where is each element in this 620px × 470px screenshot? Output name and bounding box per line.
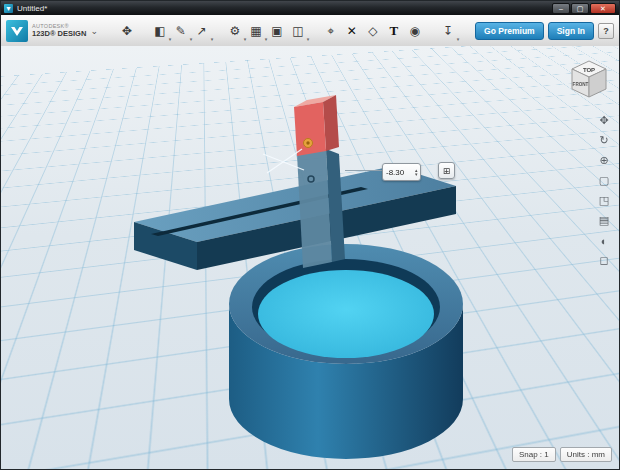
pan-icon: ✥ (599, 114, 608, 127)
primitive-box-button[interactable]: ◇ (362, 19, 383, 43)
construct-button[interactable]: ↗▾ (191, 19, 212, 43)
main-toolbar: AUTODESK® 123D® DESIGN ⌄ ✥ ◧▾ ✎▾ ↗▾ ⚙▾ ▦… (1, 15, 619, 47)
window-title: Untitled* (17, 4, 47, 13)
cylinder-cavity-floor[interactable] (258, 270, 434, 358)
display-mode-icon: ◻ (599, 254, 608, 267)
app-logo[interactable] (6, 20, 28, 42)
spinner-down-icon[interactable]: ▾ (415, 172, 418, 176)
dimension-spinner[interactable]: ▴ ▾ (415, 168, 418, 176)
orbit-button[interactable]: ↻ (595, 132, 613, 149)
units-setting[interactable]: Units : mm (560, 447, 612, 462)
zoom-window-button[interactable]: ◳ (595, 192, 613, 209)
close-icon: ✕ (600, 5, 606, 12)
logo-glyph (9, 23, 25, 39)
viewcube-top-label: TOP (583, 67, 595, 73)
primitives-button[interactable]: ◧▾ (149, 19, 170, 43)
snap-icon: ◉ (410, 24, 420, 38)
combine-button[interactable]: ◫▾ (287, 19, 308, 43)
close-button[interactable]: ✕ (590, 3, 616, 14)
minimize-button[interactable]: – (552, 3, 570, 14)
text-icon: T (389, 23, 398, 39)
view-settings-icon: ▤ (599, 214, 609, 227)
app-menu-chevron[interactable]: ⌄ (88, 21, 100, 41)
column-front-face[interactable] (297, 149, 332, 268)
status-bar: Snap : 1 Units : mm (512, 447, 612, 462)
zoom-window-icon: ◳ (599, 194, 609, 207)
pattern-icon: ▦ (250, 24, 261, 38)
zoom-button[interactable]: ⊕ (595, 152, 613, 169)
selected-extrusion-front[interactable] (294, 102, 326, 156)
grid-icon: ⊞ (443, 166, 451, 176)
brand-text: AUTODESK® 123D® DESIGN (32, 24, 86, 38)
app-icon: ▼ (4, 4, 13, 13)
viewcube-front-label: FRONT (573, 82, 589, 87)
material-button[interactable]: ◐ (595, 232, 613, 249)
primitives-icon: ◧ (154, 24, 165, 38)
view-settings-button[interactable]: ▤ (595, 212, 613, 229)
delete-button[interactable]: ✕ (341, 19, 362, 43)
help-icon: ? (603, 26, 609, 36)
dimension-leader-line (345, 170, 382, 171)
help-button[interactable]: ? (598, 23, 614, 39)
view-cube[interactable]: TOP FRONT (567, 56, 611, 102)
export-button[interactable]: ↧▾ (437, 19, 458, 43)
fit-view-button[interactable]: ▢ (595, 172, 613, 189)
go-premium-button[interactable]: Go Premium (475, 22, 544, 40)
fit-view-icon: ▢ (599, 174, 609, 187)
primitive-box-icon: ◇ (368, 24, 377, 38)
caret-down-icon: ▾ (211, 36, 214, 42)
title-bar[interactable]: ▼ Untitled* – ▢ ✕ (1, 1, 619, 15)
modify-icon: ⚙ (229, 24, 240, 38)
caret-down-icon: ▾ (457, 36, 460, 42)
viewport[interactable]: TOP FRONT ✥ ↻ ⊕ ▢ ◳ ▤ ◐ ◻ ▴ ▾ ⊞ (1, 46, 619, 469)
display-mode-button[interactable]: ◻ (595, 252, 613, 269)
transform-icon: ✥ (122, 24, 132, 38)
extrude-height-input[interactable] (385, 168, 415, 177)
navigation-toolbar: ✥ ↻ ⊕ ▢ ◳ ▤ ◐ ◻ (595, 112, 613, 269)
export-icon: ↧ (443, 24, 453, 38)
zoom-icon: ⊕ (599, 154, 608, 167)
snap-button[interactable]: ◉ (404, 19, 425, 43)
chevron-down-icon: ⌄ (91, 26, 99, 36)
material-icon: ◐ (601, 235, 608, 247)
orbit-icon: ↻ (599, 134, 608, 147)
delete-icon: ✕ (347, 24, 357, 38)
snap-setting[interactable]: Snap : 1 (512, 447, 556, 462)
dimension-input-group: ▴ ▾ (382, 163, 421, 181)
measure-button[interactable]: ⌖ (320, 19, 341, 43)
pan-button[interactable]: ✥ (595, 112, 613, 129)
grouping-icon: ▣ (271, 24, 282, 38)
manipulator-arrow[interactable] (267, 149, 302, 173)
brand-line2: 123D® DESIGN (32, 30, 86, 38)
caret-down-icon: ▾ (307, 36, 310, 42)
tool-strip: ✥ ◧▾ ✎▾ ↗▾ ⚙▾ ▦▾ ▣ ◫▾ ⌖ ✕ ◇ T ◉ ↧▾ (106, 19, 458, 43)
combine-icon: ◫ (292, 24, 303, 38)
feature-gear-center (306, 141, 309, 144)
text-button[interactable]: T (383, 19, 404, 43)
sign-in-button[interactable]: Sign In (548, 22, 594, 40)
maximize-button[interactable]: ▢ (571, 3, 589, 14)
modify-button[interactable]: ⚙▾ (224, 19, 245, 43)
model-3d-view[interactable] (1, 46, 619, 469)
measure-icon: ⌖ (327, 24, 334, 38)
maximize-icon: ▢ (577, 5, 584, 12)
sketch-icon: ✎ (176, 24, 186, 38)
construct-icon: ↗ (197, 24, 207, 38)
app-window: ▼ Untitled* – ▢ ✕ AUTODESK® 123D® DESIGN… (0, 0, 620, 470)
dimension-options-button[interactable]: ⊞ (438, 162, 455, 179)
minimize-icon: – (559, 5, 563, 12)
grouping-button[interactable]: ▣ (266, 19, 287, 43)
pattern-button[interactable]: ▦▾ (245, 19, 266, 43)
transform-button[interactable]: ✥ (116, 19, 137, 43)
sketch-button[interactable]: ✎▾ (170, 19, 191, 43)
